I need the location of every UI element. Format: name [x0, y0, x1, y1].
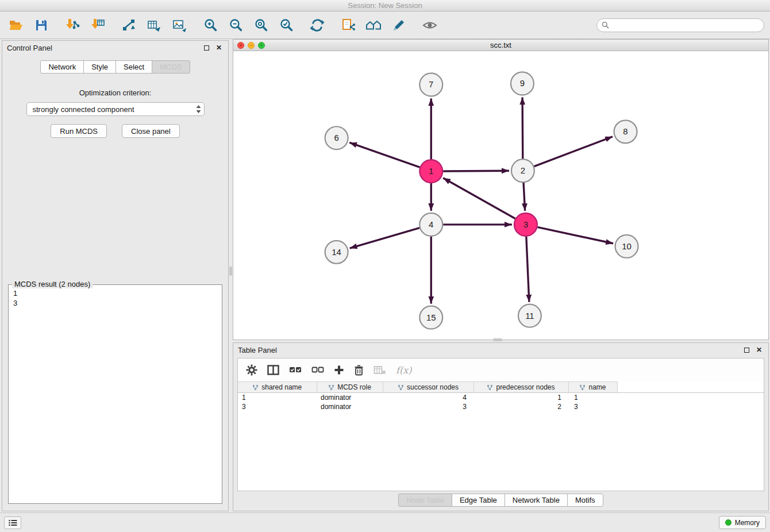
- graph-node-8[interactable]: 8: [614, 120, 637, 143]
- mcds-result-item: 3: [13, 298, 217, 308]
- column-header-successor-nodes[interactable]: successor nodes: [383, 382, 473, 393]
- memory-button[interactable]: Memory: [719, 516, 766, 529]
- graph-node-11[interactable]: 11: [518, 304, 541, 327]
- graph-node-6[interactable]: 6: [325, 126, 348, 149]
- tab-style[interactable]: Style: [83, 60, 116, 74]
- import-network-button[interactable]: [62, 15, 83, 36]
- close-icon: ✕: [756, 346, 762, 354]
- tab-edge-table[interactable]: Edge Table: [452, 494, 505, 507]
- table-panel-close-button[interactable]: ✕: [754, 345, 764, 354]
- zoom-selected-button[interactable]: [276, 15, 297, 36]
- select-all-rows-button[interactable]: [289, 366, 302, 374]
- new-table-button[interactable]: [144, 15, 164, 36]
- table-panel-header: Table Panel ✕: [233, 343, 768, 357]
- function-builder-button[interactable]: f(x): [396, 365, 411, 376]
- edge-3-to-1[interactable]: [443, 178, 515, 219]
- graph-node-7[interactable]: 7: [419, 73, 442, 96]
- column-header-mcds-role[interactable]: MCDS role: [317, 382, 383, 393]
- edge-3-to-11[interactable]: [526, 237, 529, 302]
- graph-node-10[interactable]: 10: [615, 235, 638, 258]
- tab-mcds[interactable]: MCDS: [152, 60, 190, 74]
- new-network-button[interactable]: [118, 15, 139, 36]
- table-row[interactable]: 3dominator323: [238, 402, 764, 411]
- table-cell: 3: [568, 402, 617, 411]
- graph-node-1[interactable]: 1: [419, 160, 442, 183]
- horizontal-splitter-handle[interactable]: [493, 338, 502, 341]
- edge-2-to-9[interactable]: [522, 97, 523, 159]
- export-image-button[interactable]: [169, 15, 190, 36]
- window-maximize-button[interactable]: +: [258, 42, 265, 49]
- window-close-button[interactable]: ×: [237, 42, 244, 49]
- optimization-criterion-label: Optimization criterion:: [2, 88, 228, 97]
- control-panel-float-button[interactable]: [202, 43, 211, 52]
- graph-node-15[interactable]: 15: [419, 306, 442, 329]
- table-cell: 4: [383, 393, 473, 402]
- zoom-in-button[interactable]: [200, 15, 221, 36]
- column-header-name[interactable]: name: [568, 382, 617, 393]
- criterion-dropdown[interactable]: strongly connected component: [26, 102, 205, 116]
- tab-motifs[interactable]: Motifs: [567, 494, 603, 507]
- table-cell: 3: [238, 402, 317, 411]
- zoom-out-button[interactable]: [225, 15, 246, 36]
- float-icon: [204, 45, 209, 51]
- export-network-button[interactable]: [338, 15, 359, 36]
- global-search-field[interactable]: [596, 18, 764, 32]
- criterion-dropdown-value: strongly connected component: [33, 105, 195, 114]
- tab-node-table[interactable]: Node Table: [398, 494, 452, 507]
- close-panel-button[interactable]: Close panel: [122, 124, 180, 138]
- show-column-panel-button[interactable]: [267, 365, 279, 375]
- attribute-type-icon: [487, 384, 493, 391]
- table-panel-float-button[interactable]: [742, 345, 751, 354]
- window-titlebar: Session: New Session: [0, 0, 770, 11]
- graph-node-4[interactable]: 4: [419, 213, 442, 236]
- network-graph[interactable]: 7968124314101511: [233, 51, 768, 340]
- delete-column-button[interactable]: [354, 365, 364, 376]
- graph-node-2[interactable]: 2: [511, 159, 534, 182]
- control-panel-tabs: Network Style Select MCDS: [2, 60, 228, 74]
- delete-table-button[interactable]: [374, 365, 386, 375]
- search-input[interactable]: [612, 21, 759, 29]
- edge-1-to-2[interactable]: [443, 171, 509, 171]
- svg-text:14: 14: [332, 247, 341, 257]
- table-cell: dominator: [317, 402, 383, 411]
- edge-1-to-6[interactable]: [349, 142, 419, 167]
- style-brush-icon: [391, 18, 406, 33]
- edge-4-to-14[interactable]: [350, 228, 420, 248]
- column-header-shared-name[interactable]: shared name: [238, 382, 317, 393]
- column-header-predecessor-nodes[interactable]: predecessor nodes: [473, 382, 568, 393]
- tab-select[interactable]: Select: [116, 60, 152, 74]
- node-table: shared name MCDS role successor nodes pr…: [238, 381, 764, 411]
- add-column-button[interactable]: [334, 365, 344, 375]
- table-cell: dominator: [317, 393, 383, 402]
- trash-icon: [354, 365, 364, 376]
- edge-2-to-3[interactable]: [523, 183, 525, 211]
- deselect-all-rows-button[interactable]: [311, 366, 324, 374]
- task-history-button[interactable]: [4, 516, 21, 529]
- control-panel-close-button[interactable]: ✕: [214, 43, 224, 52]
- table-row[interactable]: 1dominator411: [238, 393, 764, 402]
- refresh-button[interactable]: [307, 15, 328, 36]
- import-table-button[interactable]: [87, 15, 108, 36]
- edge-3-to-10[interactable]: [537, 227, 613, 243]
- save-floppy-icon: [34, 18, 48, 32]
- run-mcds-button[interactable]: Run MCDS: [51, 124, 107, 138]
- float-icon: [744, 348, 749, 353]
- save-session-button[interactable]: [31, 15, 52, 36]
- list-icon: [9, 519, 17, 526]
- graph-node-9[interactable]: 9: [511, 72, 534, 95]
- apply-style-button[interactable]: [388, 15, 409, 36]
- window-minimize-button[interactable]: −: [248, 42, 255, 49]
- graph-node-14[interactable]: 14: [325, 241, 348, 264]
- tab-network-table[interactable]: Network Table: [505, 494, 568, 507]
- edge-2-to-8[interactable]: [534, 137, 613, 167]
- dropdown-stepper-icon: [195, 105, 202, 114]
- zoom-fit-button[interactable]: [251, 15, 271, 36]
- graph-node-3[interactable]: 3: [514, 213, 537, 236]
- show-hide-button[interactable]: [419, 15, 440, 36]
- table-header-row: shared name MCDS role successor nodes pr…: [238, 382, 764, 393]
- open-session-button[interactable]: [6, 15, 26, 36]
- table-settings-button[interactable]: [246, 364, 257, 376]
- tab-network[interactable]: Network: [40, 60, 84, 74]
- vertical-splitter-handle[interactable]: [229, 267, 232, 276]
- first-neighbors-button[interactable]: [363, 15, 384, 36]
